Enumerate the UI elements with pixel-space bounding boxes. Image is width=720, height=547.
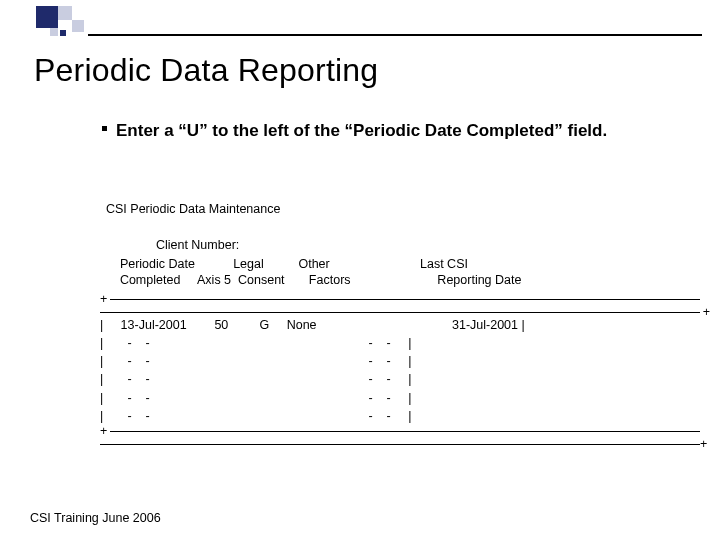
- footer-text: CSI Training June 2006: [30, 511, 161, 525]
- page-title: Periodic Data Reporting: [34, 52, 378, 89]
- deco-square-icon: [50, 28, 58, 36]
- deco-square-icon: [72, 20, 84, 32]
- table-row: | - - - - |: [100, 372, 411, 386]
- table-row: | - - - - |: [100, 391, 411, 405]
- table-row: | - - - - |: [100, 336, 411, 350]
- table-bottom-border: +: [100, 424, 700, 438]
- table-row: | 13-Jul-2001 50 G None 31-Jul-2001 |: [100, 318, 525, 332]
- header-line-1: Periodic Date Legal Other Last CSI: [106, 257, 468, 271]
- deco-square-icon: [60, 30, 66, 36]
- client-number-label: Client Number:: [156, 238, 239, 252]
- table-bottom-border-wrap: +: [100, 437, 710, 451]
- table-row: | - - - - |: [100, 354, 411, 368]
- app-title: CSI Periodic Data Maintenance: [106, 202, 280, 216]
- top-rule: [88, 34, 702, 36]
- instruction-bullet: Enter a “U” to the left of the “Periodic…: [116, 120, 636, 141]
- bullet-icon: [102, 126, 107, 131]
- deco-square-icon: [58, 6, 72, 20]
- table-column-headers: Periodic Date Legal Other Last CSI Compl…: [106, 256, 521, 289]
- table-top-border: +: [100, 292, 700, 306]
- header-line-2: Completed Axis 5 Consent Factors Reporti…: [106, 273, 521, 287]
- slide: Periodic Data Reporting Enter a “U” to t…: [0, 0, 720, 547]
- instruction-text: Enter a “U” to the left of the “Periodic…: [116, 121, 607, 140]
- deco-square-icon: [36, 6, 58, 28]
- table-body: | 13-Jul-2001 50 G None 31-Jul-2001 | | …: [100, 316, 525, 425]
- table-row: | - - - - |: [100, 409, 411, 423]
